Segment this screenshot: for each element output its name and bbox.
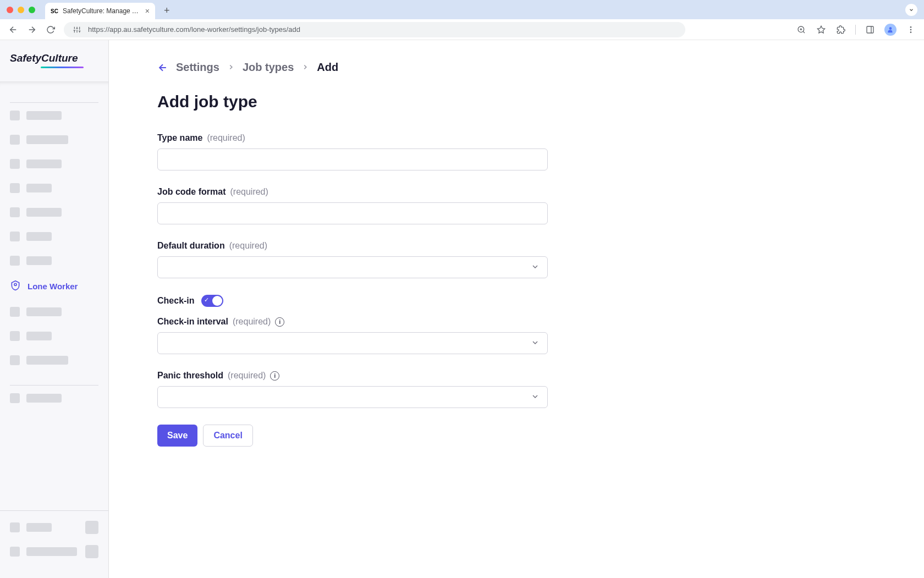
sidebar-item-placeholder xyxy=(10,393,98,403)
sidebar-item-placeholder xyxy=(10,331,98,341)
breadcrumb-job-types[interactable]: Job types xyxy=(243,61,294,74)
check-in-interval-field: Check-in interval (required) i xyxy=(157,317,548,354)
sidebar: SafetyCulture Lone Worker xyxy=(0,40,109,578)
svg-rect-16 xyxy=(867,26,873,33)
cancel-button[interactable]: Cancel xyxy=(203,425,252,447)
panic-threshold-select[interactable] xyxy=(157,386,548,408)
job-type-form: Type name (required) Job code format (re… xyxy=(157,133,548,447)
check-in-toggle[interactable]: ✓ xyxy=(201,295,223,307)
browser-reload-button[interactable] xyxy=(45,25,56,34)
sidebar-item-placeholder xyxy=(10,135,98,145)
breadcrumb-settings[interactable]: Settings xyxy=(176,61,219,74)
check-in-toggle-row: Check-in ✓ xyxy=(157,295,548,307)
sidebar-item-placeholder xyxy=(10,183,98,193)
svg-point-22 xyxy=(14,283,16,285)
sidebar-item-placeholder xyxy=(10,159,98,169)
chevron-right-icon xyxy=(301,61,309,74)
panic-threshold-field: Panic threshold (required) i xyxy=(157,371,548,408)
url-bar[interactable]: https://app.au.safetyculture.com/lone-wo… xyxy=(64,22,685,37)
info-icon[interactable]: i xyxy=(270,371,279,381)
sidebar-footer xyxy=(0,510,108,568)
default-duration-field: Default duration (required) xyxy=(157,241,548,278)
required-indicator: (required) xyxy=(207,133,245,143)
chevron-right-icon xyxy=(227,61,235,74)
browser-tab-strip: SC SafetyCulture: Manage Teams and... × … xyxy=(0,0,924,19)
form-actions: Save Cancel xyxy=(157,425,548,447)
chevron-down-icon xyxy=(531,338,540,349)
sidebar-item-placeholder xyxy=(10,232,98,241)
window-maximize[interactable] xyxy=(29,7,35,13)
url-text: https://app.au.safetyculture.com/lone-wo… xyxy=(88,25,300,34)
required-indicator: (required) xyxy=(228,371,266,381)
default-duration-label: Default duration xyxy=(157,241,225,251)
check-icon: ✓ xyxy=(204,296,209,304)
main-content: Settings Job types Add Add job type Type… xyxy=(109,40,924,578)
browser-forward-button[interactable] xyxy=(26,25,37,35)
type-name-label: Type name xyxy=(157,133,202,143)
app-root: SafetyCulture Lone Worker xyxy=(0,40,924,578)
sidebar-divider xyxy=(10,102,98,103)
sidebar-item-label: Lone Worker xyxy=(28,282,78,291)
svg-marker-15 xyxy=(817,26,824,33)
browser-back-button[interactable] xyxy=(8,25,19,35)
site-settings-icon[interactable] xyxy=(72,24,82,35)
toolbar-divider xyxy=(855,25,856,35)
sidebar-item-placeholder xyxy=(10,355,98,365)
default-duration-select[interactable] xyxy=(157,256,548,278)
map-pin-shield-icon xyxy=(10,280,21,293)
browser-tab[interactable]: SC SafetyCulture: Manage Teams and... × xyxy=(45,3,155,19)
tabs-dropdown[interactable] xyxy=(905,4,917,16)
browser-menu-icon[interactable] xyxy=(905,24,916,35)
window-minimize[interactable] xyxy=(18,7,24,13)
profile-avatar[interactable] xyxy=(884,24,897,36)
sidebar-item-placeholder xyxy=(10,207,98,217)
job-code-format-label: Job code format xyxy=(157,187,226,197)
zoom-icon[interactable] xyxy=(796,24,807,35)
svg-point-21 xyxy=(910,31,912,33)
sidebar-item-placeholder xyxy=(10,111,98,120)
page-title: Add job type xyxy=(157,92,902,111)
svg-point-19 xyxy=(910,26,912,28)
svg-point-18 xyxy=(889,27,892,30)
type-name-input[interactable] xyxy=(157,148,548,170)
sidebar-footer-item xyxy=(10,545,98,558)
panic-threshold-label: Panic threshold xyxy=(157,371,223,381)
required-indicator: (required) xyxy=(229,241,267,251)
check-in-interval-label: Check-in interval xyxy=(157,317,228,327)
svg-line-12 xyxy=(803,31,805,33)
chevron-down-icon xyxy=(531,392,540,403)
window-controls xyxy=(7,7,35,13)
required-indicator: (required) xyxy=(233,317,271,327)
tab-title: SafetyCulture: Manage Teams and... xyxy=(63,7,141,15)
side-panel-icon[interactable] xyxy=(865,24,876,35)
check-in-interval-select[interactable] xyxy=(157,332,548,354)
new-tab-button[interactable]: + xyxy=(164,5,170,16)
breadcrumb: Settings Job types Add xyxy=(157,61,902,74)
breadcrumb-current: Add xyxy=(317,61,338,74)
svg-point-20 xyxy=(910,29,912,30)
sidebar-footer-item xyxy=(10,521,98,534)
tab-favicon: SC xyxy=(51,7,58,15)
browser-address-bar: https://app.au.safetyculture.com/lone-wo… xyxy=(0,19,924,40)
logo-underline xyxy=(41,67,84,68)
extensions-icon[interactable] xyxy=(835,24,846,35)
chevron-down-icon xyxy=(531,262,540,273)
toggle-knob xyxy=(212,296,222,306)
sidebar-shadow xyxy=(0,81,108,87)
sidebar-item-placeholder xyxy=(10,307,98,317)
sidebar-item-placeholder xyxy=(10,256,98,266)
type-name-field: Type name (required) xyxy=(157,133,548,170)
sidebar-divider xyxy=(10,385,98,386)
breadcrumb-back-button[interactable] xyxy=(157,62,168,73)
app-logo: SafetyCulture xyxy=(10,52,98,64)
job-code-format-field: Job code format (required) xyxy=(157,187,548,224)
check-in-label: Check-in xyxy=(157,296,195,306)
tab-close-icon[interactable]: × xyxy=(145,7,150,15)
info-icon[interactable]: i xyxy=(275,317,284,327)
bookmark-icon[interactable] xyxy=(816,24,827,35)
sidebar-item-lone-worker[interactable]: Lone Worker xyxy=(10,280,98,293)
job-code-format-input[interactable] xyxy=(157,202,548,224)
required-indicator: (required) xyxy=(230,187,268,197)
window-close[interactable] xyxy=(7,7,13,13)
save-button[interactable]: Save xyxy=(157,425,197,447)
